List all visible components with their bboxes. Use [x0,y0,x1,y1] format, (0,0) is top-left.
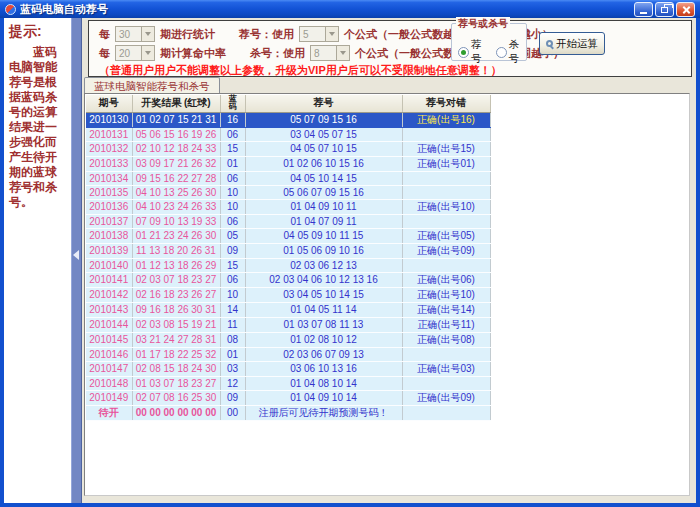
cell-suggest: 05 07 09 15 16 [245,112,402,127]
cell-suggest: 01 04 07 09 11 [245,214,402,228]
restore-button[interactable] [655,2,674,17]
cell-suggest: 01 04 08 10 14 [245,376,402,390]
cell-period: 2010139 [86,243,132,258]
cell-suggest: 03 04 05 10 14 15 [245,287,402,302]
cell-blue-ball: 10 [220,199,245,214]
minimize-button[interactable] [634,2,653,17]
table-row[interactable]: 201014202 16 18 23 26 271003 04 05 10 14… [86,287,490,302]
cell-result [402,405,490,420]
tip-panel: 提示: 蓝码电脑智能荐号是根据蓝码杀号的运算结果进一步强化而产生待开期的蓝球荐号… [4,18,71,503]
table-row[interactable]: 201014503 21 24 27 28 310801 02 08 10 12… [86,332,490,347]
table-row[interactable]: 201013911 13 18 20 26 310901 05 06 09 10… [86,243,490,258]
table-row[interactable]: 201014601 17 18 22 25 320102 03 06 07 09… [86,347,490,361]
cell-red-balls: 05 06 15 16 19 26 [132,127,220,141]
cell-blue-ball: 06 [220,272,245,287]
cell-blue-ball: 10 [220,287,245,302]
cell-suggest: 01 03 07 08 11 13 [245,317,402,332]
cell-period: 2010136 [86,199,132,214]
cell-suggest: 03 04 05 07 15 [245,127,402,141]
stat-period-select[interactable]: 30 [115,26,155,42]
chevron-down-icon[interactable] [336,46,349,60]
cell-period: 2010137 [86,214,132,228]
cell-blue-ball: 01 [220,347,245,361]
table-row[interactable]: 201014801 03 07 18 23 271201 04 08 10 14 [86,376,490,390]
table-row[interactable]: 201013707 09 10 13 19 330601 04 07 09 11 [86,214,490,228]
table-row[interactable]: 待开00 00 00 00 00 0000注册后可见待开期预测号码！ [86,405,490,420]
app-icon [5,4,16,15]
cell-red-balls: 02 10 12 18 24 33 [132,141,220,156]
table-row[interactable]: 201014902 07 08 16 25 300901 04 09 10 14… [86,390,490,405]
cell-result: 正确(出号10) [402,199,490,214]
cell-red-balls: 01 21 23 24 26 30 [132,228,220,243]
run-button[interactable]: 开始运算 [539,32,605,55]
cell-red-balls: 09 16 18 26 30 31 [132,302,220,317]
cell-period: 2010149 [86,390,132,405]
radio-selected-icon [458,47,469,58]
table-row[interactable]: 201014001 12 13 18 26 291502 03 06 12 13 [86,258,490,272]
table-row[interactable]: 201014702 08 15 18 24 300303 06 10 13 16… [86,361,490,376]
cell-blue-ball: 11 [220,317,245,332]
radio-kill[interactable]: 杀号 [496,38,527,66]
table-row[interactable]: 201014309 16 18 26 30 311401 04 05 11 14… [86,302,490,317]
table-row[interactable]: 201013202 10 12 18 24 331504 05 07 10 15… [86,141,490,156]
chevron-down-icon[interactable] [141,27,154,41]
vip-notice: （普通用户用户不能调整以上参数，升级为VIP用户后可以不受限制地任意调整！） [99,63,502,78]
radio-suggest[interactable]: 荐号 [458,38,489,66]
cell-red-balls: 09 15 16 22 27 28 [132,171,220,185]
table-row[interactable]: 201013801 21 23 24 26 300504 05 09 10 11… [86,228,490,243]
cell-red-balls: 01 03 07 18 23 27 [132,376,220,390]
close-button[interactable] [676,2,695,17]
cell-suggest: 01 02 06 10 15 16 [245,156,402,171]
kill-formula-select[interactable]: 8 [310,45,350,61]
cell-period: 2010131 [86,127,132,141]
title-bar: 蓝码电脑自动荐号 [0,0,700,18]
table-row[interactable]: 201013105 06 15 16 19 260603 04 05 07 15 [86,127,490,141]
table-row[interactable]: 201013303 09 17 21 26 320101 02 06 10 15… [86,156,490,171]
results-panel: 期号开奖结果 (红球)蓝码荐号荐号对错 201013001 02 07 15 2… [84,93,690,496]
cell-result: 正确(出号10) [402,287,490,302]
table-row[interactable]: 201013504 10 13 25 26 301005 06 07 09 15… [86,185,490,199]
cell-result [402,347,490,361]
cell-suggest: 04 05 10 14 15 [245,171,402,185]
column-header: 期号 [86,95,132,112]
main-area: 每 30 期进行统计 荐号：使用 5 个公式（一般公式数越少，荐号范围越小） [82,18,696,503]
cell-red-balls: 02 03 08 15 19 21 [132,317,220,332]
mode-group-title: 荐号或杀号 [456,17,510,31]
hitrate-period-select[interactable]: 20 [115,45,155,61]
cell-blue-ball: 05 [220,228,245,243]
chevron-down-icon[interactable] [325,27,338,41]
cell-result: 正确(出号05) [402,228,490,243]
cell-blue-ball: 03 [220,361,245,376]
cell-result: 正确(出号14) [402,302,490,317]
cell-period: 2010147 [86,361,132,376]
cell-red-balls: 03 09 17 21 26 32 [132,156,220,171]
chevron-down-icon[interactable] [141,46,154,60]
cell-result [402,376,490,390]
cell-suggest: 03 06 10 13 16 [245,361,402,376]
cell-suggest: 05 06 07 09 15 16 [245,185,402,199]
cell-period: 2010141 [86,272,132,287]
cell-suggest: 01 05 06 09 10 16 [245,243,402,258]
cell-suggest: 注册后可见待开期预测号码！ [245,405,402,420]
cell-result: 正确(出号16) [402,112,490,127]
cell-result [402,214,490,228]
cell-result: 正确(出号09) [402,390,490,405]
cell-period: 2010138 [86,228,132,243]
table-row[interactable]: 201013001 02 07 15 21 311605 07 09 15 16… [86,112,490,127]
cell-blue-ball: 01 [220,156,245,171]
suggest-formula-select[interactable]: 5 [299,26,339,42]
tab-smart-suggest[interactable]: 蓝球电脑智能荐号和杀号 [84,77,220,94]
cell-result: 正确(出号01) [402,156,490,171]
cell-blue-ball: 16 [220,112,245,127]
column-header: 荐号 [245,95,402,112]
table-row[interactable]: 201013604 10 23 24 26 331001 04 09 10 11… [86,199,490,214]
cell-red-balls: 07 09 10 13 19 33 [132,214,220,228]
cell-period: 待开 [86,405,132,420]
table-row[interactable]: 201014402 03 08 15 19 211101 03 07 08 11… [86,317,490,332]
table-row[interactable]: 201013409 15 16 22 27 280604 05 10 14 15 [86,171,490,185]
cell-period: 2010133 [86,156,132,171]
cell-suggest: 04 05 09 10 11 15 [245,228,402,243]
table-row[interactable]: 201014102 03 07 18 23 270602 03 04 06 10… [86,272,490,287]
collapse-left-icon[interactable] [73,250,79,260]
panel-splitter[interactable] [71,18,82,503]
